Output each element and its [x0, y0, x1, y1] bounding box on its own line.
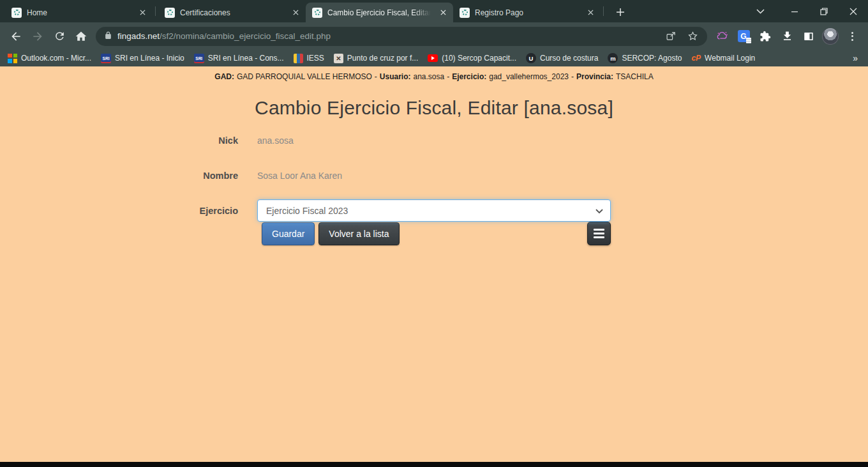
bookmark-sri-inicio[interactable]: SRI SRI en Línea - Inicio	[101, 54, 184, 63]
restore-button[interactable]	[809, 0, 839, 22]
bookmark-sercop-agosto[interactable]: m SERCOP: Agosto	[608, 53, 682, 63]
bookmark-label: Webmail Login	[705, 54, 755, 63]
site-favicon-icon	[11, 8, 22, 18]
browser-toolbar: fingads.net/sf2/nomina/cambio_ejercicio_…	[0, 22, 868, 50]
bookmark-webmail[interactable]: cP Webmail Login	[691, 54, 755, 63]
site-favicon-icon	[165, 8, 175, 18]
cpanel-icon: cP	[691, 54, 701, 63]
bottom-edge	[0, 462, 868, 467]
bookmark-curso-costura[interactable]: U Curso de costura	[526, 53, 598, 63]
tab-search-icon[interactable]	[751, 2, 770, 21]
tab-separator	[603, 6, 604, 16]
moodle-icon: m	[608, 53, 618, 63]
forward-icon[interactable]	[27, 26, 49, 47]
share-icon[interactable]	[662, 28, 679, 45]
back-to-list-button[interactable]: Volver a la lista	[318, 222, 399, 245]
bookmark-iess[interactable]: IESS	[294, 54, 324, 63]
url-host: fingads.net	[117, 31, 160, 41]
bookmark-label: SRI en Línea - Inicio	[115, 54, 184, 63]
url-text: fingads.net/sf2/nomina/cambio_ejercicio_…	[117, 31, 657, 41]
ejercicio-label: Ejercicio	[139, 206, 238, 216]
translate-icon[interactable]: G	[733, 26, 754, 47]
usuario-label: Usuario:	[380, 72, 411, 81]
edit-form: Nick ana.sosa Nombre Sosa Loor Ana Karen…	[139, 135, 611, 245]
reload-icon[interactable]	[49, 26, 70, 47]
bookmark-punto-de-cruz[interactable]: Punto de cruz por f...	[334, 54, 418, 63]
bookmark-label: SERCOP: Agosto	[622, 54, 682, 63]
ejercicio-select-wrap: Ejercicio Fiscal 2023	[257, 199, 611, 222]
close-window-button[interactable]	[839, 0, 868, 22]
page-title: Cambio Ejercicio Fiscal, Editar [ana.sos…	[0, 97, 868, 119]
bookmark-outlook[interactable]: Outlook.com - Micr...	[8, 54, 91, 63]
translate-glyph: G	[740, 32, 746, 41]
nombre-row: Nombre Sosa Loor Ana Karen	[139, 171, 611, 181]
ejercicio-select[interactable]: Ejercicio Fiscal 2023	[257, 199, 611, 222]
bookmark-label: Outlook.com - Micr...	[21, 54, 91, 63]
lock-icon[interactable]	[104, 31, 112, 42]
extensions-puzzle-icon[interactable]	[754, 26, 776, 47]
tab-close-icon[interactable]	[585, 7, 596, 18]
back-icon[interactable]	[5, 26, 27, 47]
home-icon[interactable]	[70, 26, 92, 47]
window-controls	[751, 0, 868, 22]
tab-title: Cambio Ejercicio Fiscal, Editar [ana.sos…	[327, 8, 433, 17]
tab-title: Registro Pago	[475, 8, 580, 17]
cloud-extension-icon[interactable]	[711, 26, 733, 47]
microsoft-icon	[8, 54, 17, 63]
url-path: /sf2/nomina/cambio_ejercicio_fiscal_edit…	[160, 31, 331, 41]
cross-stitch-icon	[334, 54, 343, 63]
nick-label: Nick	[139, 135, 238, 146]
nombre-label: Nombre	[139, 171, 238, 181]
sri-icon: SRI	[194, 54, 204, 63]
bookmark-label: Curso de costura	[540, 54, 598, 63]
browser-menu-icon[interactable]	[841, 26, 863, 47]
site-favicon-icon	[460, 8, 470, 18]
bookmarks-overflow-chevron[interactable]: »	[850, 53, 860, 63]
tab-strip: Home Certificaciones Cambio Ejercicio Fi…	[0, 0, 868, 22]
usuario-value: ana.sosa	[413, 72, 444, 81]
tab-title: Certificaciones	[180, 8, 285, 17]
tab-home[interactable]: Home	[5, 3, 153, 22]
hamburger-menu-button[interactable]	[587, 222, 611, 245]
bookmark-label: Punto de cruz por f...	[347, 54, 418, 63]
tab-separator	[155, 6, 156, 16]
gad-label: GAD:	[214, 72, 234, 81]
nombre-value: Sosa Loor Ana Karen	[257, 171, 611, 181]
site-favicon-icon	[312, 8, 322, 18]
address-bar[interactable]: fingads.net/sf2/nomina/cambio_ejercicio_…	[96, 27, 707, 46]
profile-avatar[interactable]	[819, 26, 841, 47]
tab-close-icon[interactable]	[137, 7, 148, 18]
bookmark-star-icon[interactable]	[684, 28, 701, 45]
session-info-bar: GAD:GAD PARROQUIAL VALLE HERMOSO-Usuario…	[0, 66, 868, 81]
tab-close-icon[interactable]	[438, 7, 449, 18]
youtube-icon	[428, 54, 438, 62]
bookmark-label: SRI en Línea - Cons...	[208, 54, 284, 63]
nick-value: ana.sosa	[257, 135, 611, 146]
udemy-icon: U	[526, 53, 536, 63]
ejercicio-label: Ejercicio:	[452, 72, 486, 81]
new-tab-button[interactable]	[611, 3, 629, 21]
tab-certificaciones[interactable]: Certificaciones	[158, 3, 306, 22]
buttons-row: Guardar Volver a la lista	[139, 222, 611, 245]
provincia-label: Provincia:	[576, 72, 613, 81]
ejercicio-value: gad_vallehermos_2023	[489, 72, 569, 81]
ejercicio-row: Ejercicio Ejercicio Fiscal 2023	[139, 199, 611, 222]
bookmark-label: IESS	[307, 54, 324, 63]
iess-icon	[294, 54, 303, 63]
side-panel-icon[interactable]	[798, 26, 819, 47]
minimize-button[interactable]	[780, 0, 809, 22]
sri-icon: SRI	[101, 54, 111, 63]
save-button[interactable]: Guardar	[262, 222, 315, 245]
bookmark-sri-consultas[interactable]: SRI SRI en Línea - Cons...	[194, 54, 284, 63]
tab-close-icon[interactable]	[290, 7, 301, 18]
bookmarks-bar: Outlook.com - Micr... SRI SRI en Línea -…	[0, 50, 868, 66]
tab-title: Home	[27, 8, 132, 17]
page-content: GAD:GAD PARROQUIAL VALLE HERMOSO-Usuario…	[0, 66, 868, 462]
tab-registro-pago[interactable]: Registro Pago	[453, 3, 601, 22]
tab-cambio-ejercicio-fiscal[interactable]: Cambio Ejercicio Fiscal, Editar [ana.sos…	[306, 3, 453, 22]
provincia-value: TSACHILA	[616, 72, 654, 81]
downloads-icon[interactable]	[776, 26, 798, 47]
browser-window: Home Certificaciones Cambio Ejercicio Fi…	[0, 0, 868, 467]
bookmark-label: (10) Sercop Capacit...	[442, 54, 516, 63]
bookmark-sercop-capacitacion[interactable]: (10) Sercop Capacit...	[428, 54, 516, 63]
